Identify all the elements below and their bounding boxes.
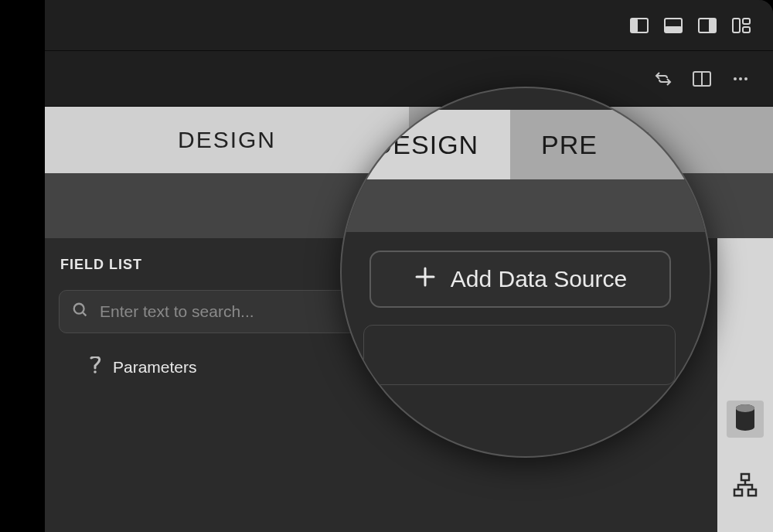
svg-rect-21: [748, 489, 756, 496]
lens-preview-label: PRE: [541, 130, 598, 160]
svg-point-12: [739, 77, 742, 80]
add-data-source-label: Add Data Source: [451, 266, 627, 292]
rail-database-button[interactable]: [727, 401, 764, 438]
svg-rect-19: [741, 474, 749, 480]
tab-design-label: DESIGN: [178, 127, 276, 153]
split-icon[interactable]: [691, 68, 713, 90]
search-icon: [72, 302, 89, 322]
svg-point-16: [94, 370, 97, 373]
svg-point-18: [736, 404, 754, 412]
svg-rect-8: [743, 27, 750, 32]
svg-point-11: [734, 77, 737, 80]
svg-rect-7: [743, 19, 750, 24]
svg-rect-6: [733, 19, 740, 32]
more-icon[interactable]: [730, 68, 751, 90]
svg-rect-1: [631, 19, 638, 32]
lens-content: DESIGN PRE Add Data Source: [342, 88, 710, 456]
window-titlebar: [45, 0, 773, 51]
question-icon: [88, 356, 102, 377]
panel-left-icon[interactable]: [629, 15, 649, 36]
lens-subbar: [342, 179, 710, 232]
lens-empty-list: [363, 325, 676, 385]
plus-icon: [414, 265, 437, 294]
database-icon: [734, 404, 757, 435]
svg-line-15: [83, 312, 87, 316]
editor-toolbar: [45, 51, 773, 107]
svg-point-13: [744, 77, 747, 80]
add-data-source-button[interactable]: Add Data Source: [369, 251, 671, 308]
svg-rect-20: [734, 489, 742, 496]
compare-icon[interactable]: [652, 68, 674, 90]
svg-point-14: [74, 304, 84, 314]
panel-bottom-icon[interactable]: [663, 15, 683, 36]
sitemap-icon: [732, 472, 758, 502]
tab-design[interactable]: DESIGN: [45, 107, 409, 173]
rail-sitemap-button[interactable]: [727, 469, 764, 506]
panel-right-icon[interactable]: [697, 15, 717, 36]
panel-grid-icon[interactable]: [731, 15, 751, 36]
svg-rect-3: [665, 26, 682, 32]
magnifier-lens: DESIGN PRE Add Data Source: [340, 87, 711, 458]
parameters-label: Parameters: [113, 358, 197, 377]
right-rail: [717, 238, 773, 532]
svg-rect-5: [709, 19, 716, 32]
